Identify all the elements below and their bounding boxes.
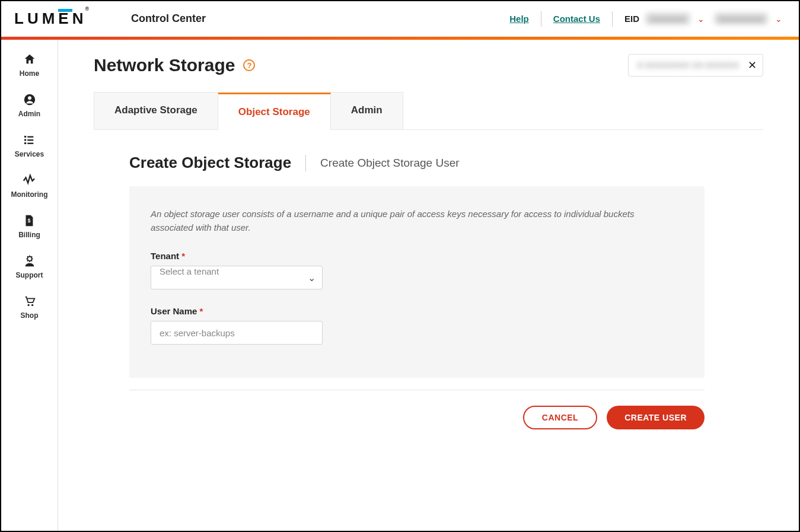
eid-value-redacted: xxxxxxxx (645, 12, 690, 25)
label-text: User Name (151, 306, 197, 316)
username-label: User Name * (151, 306, 683, 316)
header-right: Help Contact Us EID xxxxxxxx ⌄ xxxxxxxxx… (509, 11, 786, 27)
chevron-down-icon[interactable]: ⌄ (775, 14, 782, 24)
svg-point-11 (31, 304, 33, 306)
tab-label: Admin (351, 104, 383, 116)
svg-point-10 (27, 304, 29, 306)
svg-rect-3 (28, 136, 34, 138)
gear-user-icon (23, 254, 36, 267)
sidebar: Home Admin Services Monitoring $ Billing… (1, 40, 58, 531)
top-header: LUMEN® Control Center Help Contact Us EI… (1, 1, 799, 37)
main-content: Network Storage ? X-XXXXXXXX XX-XXXXXX ✕… (58, 40, 799, 531)
cart-icon (23, 295, 36, 308)
username-input[interactable] (151, 321, 323, 345)
tab-object-storage[interactable]: Object Storage (218, 93, 331, 130)
svg-point-2 (24, 136, 27, 138)
section-divider (129, 390, 705, 390)
tab-label: Object Storage (238, 106, 310, 117)
user-name-redacted: xxxxxxxxxx (714, 12, 768, 25)
svg-point-6 (24, 142, 27, 145)
contact-us-link[interactable]: Contact Us (553, 14, 600, 24)
tab-label: Adaptive Storage (114, 104, 197, 116)
page-title: Network Storage (94, 55, 235, 75)
form-actions: CANCEL CREATE USER (129, 406, 705, 453)
tenant-select[interactable]: Select a tenant ⌄ (151, 266, 323, 289)
help-circle-icon[interactable]: ? (243, 59, 255, 71)
sidebar-item-admin[interactable]: Admin (18, 93, 40, 118)
lumen-logo: LUMEN® (14, 9, 91, 28)
svg-text:$: $ (28, 218, 31, 224)
invoice-icon: $ (23, 214, 36, 227)
required-asterisk: * (181, 251, 185, 261)
sidebar-item-shop[interactable]: Shop (21, 295, 39, 320)
sidebar-item-home[interactable]: Home (20, 53, 39, 78)
tab-adaptive-storage[interactable]: Adaptive Storage (94, 92, 218, 129)
sidebar-item-label: Support (16, 271, 43, 279)
eid-label: EID (624, 14, 639, 24)
svg-point-9 (27, 257, 31, 261)
user-circle-icon (23, 93, 36, 106)
svg-rect-5 (28, 139, 34, 141)
tenant-label: Tenant * (151, 251, 683, 261)
chevron-down-icon[interactable]: ⌄ (697, 14, 705, 24)
divider (305, 155, 306, 171)
svg-rect-7 (28, 143, 34, 144)
help-link[interactable]: Help (509, 14, 529, 24)
close-icon[interactable]: ✕ (748, 59, 757, 72)
form-card: An object storage user consists of a use… (129, 186, 705, 378)
subhead-title: Create Object Storage (129, 154, 291, 172)
sidebar-item-services[interactable]: Services (15, 133, 44, 158)
sidebar-item-label: Services (15, 150, 44, 158)
sidebar-item-label: Monitoring (11, 190, 48, 199)
divider (541, 11, 541, 27)
form-help-text: An object storage user consists of a use… (151, 208, 649, 234)
divider (612, 11, 613, 27)
activity-icon (23, 174, 36, 187)
home-icon (23, 53, 36, 66)
context-chip[interactable]: X-XXXXXXXX XX-XXXXXX ✕ (628, 54, 763, 77)
sidebar-item-label: Admin (18, 110, 40, 118)
svg-point-1 (28, 96, 31, 100)
label-text: Tenant (151, 251, 179, 261)
sidebar-item-label: Billing (18, 231, 40, 239)
tenant-select-placeholder: Select a tenant (151, 266, 323, 289)
create-user-button[interactable]: CREATE USER (607, 406, 705, 429)
cancel-button[interactable]: CANCEL (523, 406, 597, 429)
tab-admin[interactable]: Admin (331, 92, 403, 129)
required-asterisk: * (200, 306, 203, 316)
sidebar-item-monitoring[interactable]: Monitoring (11, 174, 48, 199)
sidebar-item-billing[interactable]: $ Billing (18, 214, 40, 239)
context-value-redacted: X-XXXXXXXX XX-XXXXXX (637, 60, 739, 70)
tabs: Adaptive Storage Object Storage Admin (94, 92, 763, 130)
sidebar-item-label: Home (20, 69, 39, 78)
sidebar-item-support[interactable]: Support (16, 254, 43, 279)
subhead-desc: Create Object Storage User (320, 157, 459, 170)
svg-point-4 (24, 139, 27, 141)
sidebar-item-label: Shop (21, 311, 39, 320)
list-icon (23, 133, 36, 146)
app-title: Control Center (131, 12, 206, 25)
